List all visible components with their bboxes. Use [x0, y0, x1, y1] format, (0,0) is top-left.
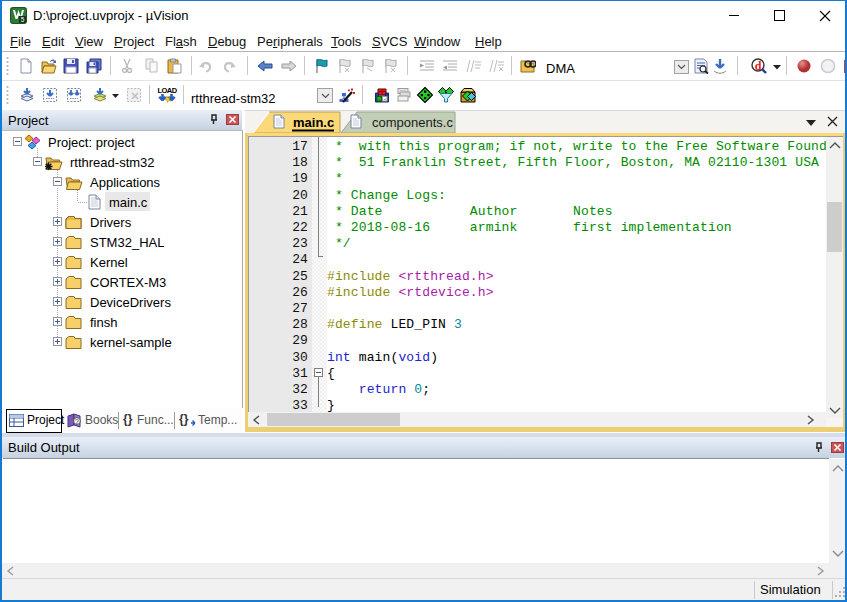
- svg-text:d: d: [755, 59, 762, 73]
- svg-text:main.c: main.c: [293, 115, 334, 130]
- svg-text:?: ?: [75, 418, 79, 425]
- svg-text:5: 5: [21, 16, 25, 23]
- svg-text:LOAD: LOAD: [157, 86, 177, 95]
- svg-text:components.c: components.c: [372, 115, 453, 130]
